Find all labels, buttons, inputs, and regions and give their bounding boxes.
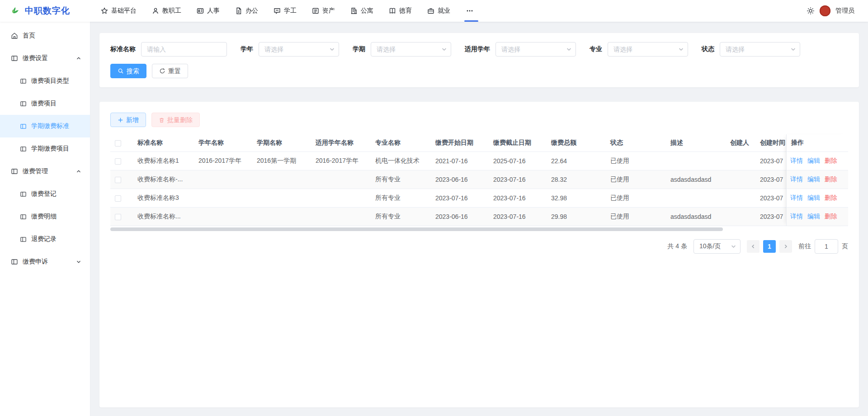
cell-description — [666, 189, 726, 207]
standard-name-input[interactable] — [141, 42, 227, 57]
sidebar-item-payment-item[interactable]: 缴费项目 — [0, 92, 90, 115]
edit-link[interactable]: 编辑 — [807, 213, 820, 220]
table-row: 收费标准名称-... 所有专业 2023-06-16 2023-07-16 28… — [110, 170, 848, 189]
topnav-item-staff[interactable]: 教职工 — [144, 0, 189, 22]
panel-icon — [20, 100, 27, 107]
topnav-item-apartment[interactable]: 公寓 — [343, 0, 381, 22]
horizontal-scrollbar — [110, 227, 848, 231]
apply-year-select[interactable] — [495, 42, 576, 57]
plus-icon — [118, 117, 123, 123]
header-major-name: 专业名称 — [371, 134, 431, 151]
cell-major-name: 所有专业 — [371, 189, 431, 207]
topnav-item-office[interactable]: 办公 — [227, 0, 266, 22]
cell-year-name — [194, 170, 252, 189]
major-select[interactable] — [608, 42, 688, 57]
header-term-name: 学期名称 — [252, 134, 311, 151]
topnav-item-student[interactable]: 学工 — [266, 0, 304, 22]
header-standard-name: 标准名称 — [133, 134, 194, 151]
row-checkbox[interactable] — [115, 177, 121, 183]
detail-link[interactable]: 详情 — [790, 175, 803, 183]
panel-icon — [20, 123, 27, 130]
row-checkbox[interactable] — [115, 195, 121, 202]
panel-icon — [20, 146, 27, 152]
sidebar-item-refund-record[interactable]: 退费记录 — [0, 228, 90, 251]
sidebar-item-term-payment-item[interactable]: 学期缴费项目 — [0, 137, 90, 160]
cell-term-name — [252, 207, 311, 226]
add-button[interactable]: 新增 — [110, 113, 146, 127]
user-avatar[interactable] — [820, 5, 830, 16]
header-total-amount: 缴费总额 — [547, 134, 606, 151]
goto-page-input[interactable] — [815, 239, 838, 254]
select-all-checkbox[interactable] — [115, 140, 121, 147]
filter-standard-name: 标准名称 — [110, 42, 227, 57]
row-checkbox[interactable] — [115, 214, 121, 220]
sidebar-item-home[interactable]: 首页 — [0, 24, 90, 47]
term-select[interactable] — [371, 42, 451, 57]
delete-link[interactable]: 删除 — [825, 175, 837, 183]
delete-link[interactable]: 删除 — [825, 213, 837, 220]
school-year-select[interactable] — [259, 42, 339, 57]
detail-link[interactable]: 详情 — [790, 213, 803, 220]
goto-page: 前往 页 — [798, 239, 848, 254]
chevron-down-icon — [76, 260, 81, 264]
panel-icon — [20, 78, 27, 85]
topnav-item-more[interactable] — [458, 0, 485, 22]
edit-link[interactable]: 编辑 — [807, 157, 820, 164]
search-button[interactable]: 搜索 — [110, 64, 146, 78]
data-table: 标准名称 学年名称 学期名称 适用学年名称 专业名称 缴费开始日期 缴费截止日期… — [110, 134, 848, 226]
sidebar-item-payment-item-type[interactable]: 缴费项目类型 — [0, 70, 90, 92]
row-checkbox[interactable] — [115, 158, 121, 165]
refresh-icon — [159, 68, 165, 74]
cell-start-date: 2021-07-16 — [431, 151, 489, 170]
table-toolbar: 新增 批量删除 — [110, 113, 848, 127]
edit-link[interactable]: 编辑 — [807, 175, 820, 183]
delete-link[interactable]: 删除 — [825, 157, 837, 164]
sidebar-group-payment-appeal[interactable]: 缴费申诉 — [0, 251, 90, 273]
actions-row: 详情 编辑 删除 — [787, 151, 848, 170]
sidebar-group-payment-management[interactable]: 缴费管理 — [0, 160, 90, 183]
next-page-button[interactable] — [779, 240, 792, 253]
cell-apply-year-name: 2016-2017学年 — [311, 151, 371, 170]
delete-link[interactable]: 删除 — [825, 194, 837, 201]
header-apply-year-name: 适用学年名称 — [311, 134, 371, 151]
topnav-item-hr[interactable]: 人事 — [189, 0, 227, 22]
cell-status: 已使用 — [606, 151, 666, 170]
cell-description — [666, 151, 726, 170]
office-icon — [235, 7, 242, 14]
page-size-select[interactable]: 10条/页 — [693, 239, 741, 254]
cell-status: 已使用 — [606, 170, 666, 189]
star-icon — [101, 7, 108, 14]
detail-link[interactable]: 详情 — [790, 157, 803, 164]
total-count: 共 4 条 — [667, 242, 687, 251]
settings-gear-icon[interactable] — [807, 7, 815, 15]
batch-delete-button[interactable]: 批量删除 — [151, 113, 200, 127]
sidebar-item-payment-register[interactable]: 缴费登记 — [0, 183, 90, 205]
horizontal-scrollbar-thumb[interactable] — [110, 227, 723, 231]
user-name[interactable]: 管理员 — [835, 7, 854, 15]
filter-panel: 标准名称 学年 学期 适用学年 — [99, 33, 859, 87]
sidebar-item-payment-detail[interactable]: 缴费明细 — [0, 205, 90, 228]
reset-button[interactable]: 重置 — [152, 64, 188, 78]
sidebar-group-payment-settings[interactable]: 缴费设置 — [0, 47, 90, 70]
topnav-item-platform[interactable]: 基础平台 — [93, 0, 144, 22]
topnav-item-moral[interactable]: 德育 — [381, 0, 420, 22]
current-page-button[interactable]: 1 — [763, 240, 776, 253]
cell-description: asdasdasdasd — [666, 207, 726, 226]
edit-link[interactable]: 编辑 — [807, 194, 820, 201]
table-header-row: 标准名称 学年名称 学期名称 适用学年名称 专业名称 缴费开始日期 缴费截止日期… — [110, 134, 848, 151]
chevron-up-icon — [76, 56, 81, 61]
panel-icon — [20, 191, 27, 198]
header-description: 描述 — [666, 134, 726, 151]
panel-icon — [11, 168, 18, 175]
detail-link[interactable]: 详情 — [790, 194, 803, 201]
topnav-item-asset[interactable]: 资产 — [304, 0, 343, 22]
prev-page-button[interactable] — [747, 240, 760, 253]
table-panel: 新增 批量删除 标准名称 学年名称 — [99, 102, 859, 407]
topnav-item-employment[interactable]: 就业 — [420, 0, 458, 22]
sidebar-item-term-payment-standard[interactable]: 学期缴费标准 — [0, 115, 90, 137]
cell-apply-year-name — [311, 170, 371, 189]
status-select[interactable] — [720, 42, 800, 57]
cell-total-amount: 22.64 — [547, 151, 606, 170]
apartment-icon — [350, 7, 358, 14]
cell-major-name: 机电一体化技术 — [371, 151, 431, 170]
